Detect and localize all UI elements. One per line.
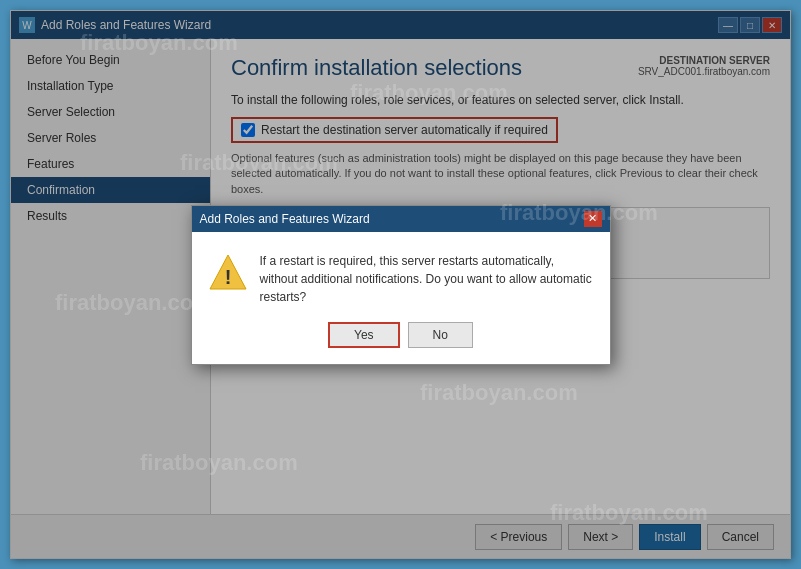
modal-close-button[interactable]: ✕	[584, 211, 602, 227]
warning-icon: !	[208, 252, 248, 292]
svg-text:!: !	[224, 266, 231, 288]
modal-overlay: Add Roles and Features Wizard ✕ ! If a r…	[11, 11, 790, 558]
modal-footer: Yes No	[192, 322, 610, 364]
modal-message: If a restart is required, this server re…	[260, 252, 594, 306]
modal-title-bar: Add Roles and Features Wizard ✕	[192, 206, 610, 232]
no-button[interactable]: No	[408, 322, 473, 348]
yes-button[interactable]: Yes	[328, 322, 400, 348]
modal-title: Add Roles and Features Wizard	[200, 212, 584, 226]
main-window: W Add Roles and Features Wizard — □ ✕ Be…	[10, 10, 791, 559]
modal-body: ! If a restart is required, this server …	[192, 232, 610, 322]
modal-dialog: Add Roles and Features Wizard ✕ ! If a r…	[191, 205, 611, 365]
